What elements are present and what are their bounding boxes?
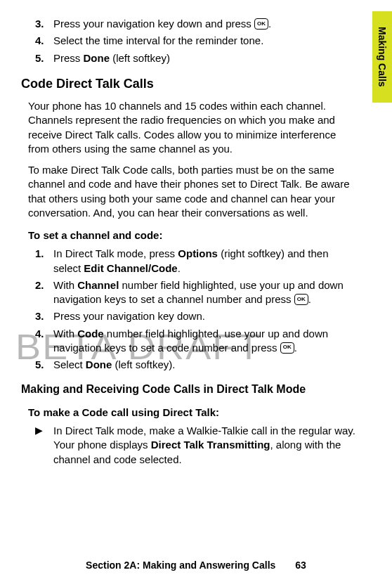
list-item: 2. With Channel number field highlighted…: [21, 278, 357, 307]
step-number: 3.: [35, 17, 53, 31]
ok-key-icon: OK: [294, 294, 308, 305]
step-number: 2.: [35, 278, 53, 307]
list-item: 4. With Code number field highlighted, u…: [21, 327, 357, 356]
list-item: 5. Select Done (left softkey).: [21, 358, 357, 372]
procedure-lead: To set a channel and code:: [28, 228, 357, 242]
list-item: 5. Press Done (left softkey): [21, 51, 357, 65]
step-number: 4.: [35, 34, 53, 48]
list-item: 3. Press your navigation key down.: [21, 309, 357, 323]
step-text: With Code number field highlighted, use …: [53, 327, 357, 356]
step-text: Press your navigation key down and press…: [53, 17, 357, 31]
list-item: 4. Select the time interval for the remi…: [21, 34, 357, 48]
step-number: 3.: [35, 309, 53, 323]
ok-key-icon: OK: [254, 18, 268, 30]
page-footer: Section 2A: Making and Answering Calls63: [0, 560, 392, 571]
page: Making Calls BETA DRAFT 3. Press your na…: [0, 0, 392, 582]
procedure-lead: To make a Code call using Direct Talk:: [28, 406, 357, 420]
step-text: With Channel number field highlighted, u…: [53, 278, 357, 307]
step-text: In Direct Talk mode, press Options (righ…: [53, 247, 357, 276]
step-number: 5.: [35, 358, 53, 372]
list-item: 3. Press your navigation key down and pr…: [21, 17, 357, 31]
side-tab: Making Calls: [372, 11, 392, 103]
step-number: 1.: [35, 247, 53, 276]
paragraph: To make Direct Talk Code calls, both par…: [28, 163, 357, 220]
ok-key-icon: OK: [280, 342, 294, 354]
step-number: 4.: [35, 327, 53, 356]
step-number: 5.: [35, 51, 53, 65]
step-text: Select the time interval for the reminde…: [53, 34, 357, 48]
step-text: Select Done (left softkey).: [53, 358, 357, 372]
step-text: Press Done (left softkey): [53, 51, 357, 65]
bullet-icon: ▶: [35, 424, 53, 467]
content-body: 3. Press your navigation key down and pr…: [21, 17, 357, 467]
step-text: In Direct Talk mode, make a Walkie-Talki…: [53, 424, 357, 467]
side-tab-label: Making Calls: [377, 27, 388, 87]
list-item: 1. In Direct Talk mode, press Options (r…: [21, 247, 357, 276]
paragraph: Your phone has 10 channels and 15 codes …: [28, 99, 357, 156]
subsection-heading: Making and Receiving Code Calls in Direc…: [21, 382, 357, 397]
step-text: Press your navigation key down.: [53, 309, 357, 323]
page-number: 63: [295, 560, 306, 571]
section-heading: Code Direct Talk Calls: [21, 75, 357, 92]
list-item: ▶ In Direct Talk mode, make a Walkie-Tal…: [21, 424, 357, 467]
footer-section-label: Section 2A: Making and Answering Calls: [86, 560, 275, 571]
